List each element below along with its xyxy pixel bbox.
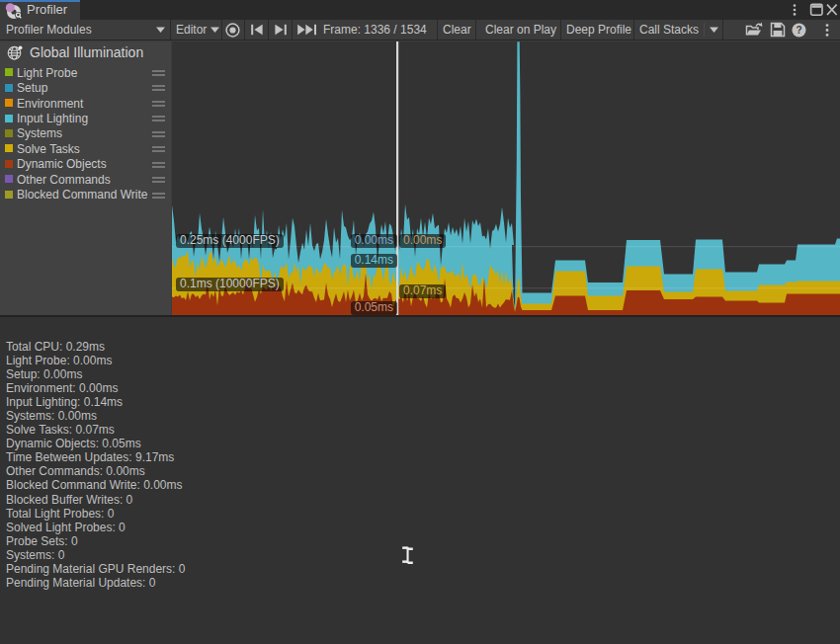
svg-text:?: ? bbox=[796, 25, 801, 36]
